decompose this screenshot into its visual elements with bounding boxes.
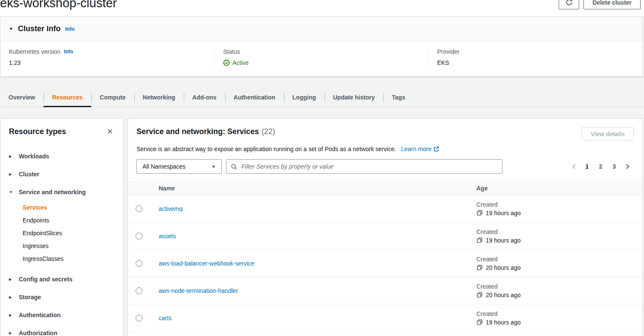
tab-tags[interactable]: Tags — [383, 88, 414, 107]
field-provider: Provider EKS — [428, 48, 642, 66]
service-link[interactable]: assets — [159, 233, 176, 240]
tab-authentication[interactable]: Authentication — [225, 88, 284, 107]
services-description: Service is an abstract way to expose an … — [136, 146, 634, 152]
cluster-info-body: Kubernetes version Info 1.23 Status Acti… — [0, 41, 642, 76]
cluster-info-header[interactable]: ▼ Cluster info Info — [0, 17, 642, 41]
services-table-body: activemqCreated19 hours agoassetsCreated… — [128, 195, 642, 336]
table-row: aws-load-balancer-webhook-serviceCreated… — [128, 250, 642, 277]
page-number-1[interactable]: 1 — [582, 161, 593, 172]
services-title-text: Service and networking: Services — [136, 127, 259, 136]
next-page-icon[interactable] — [622, 162, 633, 171]
refresh-icon — [566, 0, 573, 6]
close-icon[interactable]: ✕ — [105, 127, 115, 136]
caret-down-icon: ▼ — [9, 190, 13, 194]
tree-group-label: Config and secrets — [19, 276, 73, 283]
copy-icon[interactable] — [476, 237, 483, 243]
field-kubernetes-version: Kubernetes version Info 1.23 — [0, 48, 214, 66]
age-column-header[interactable]: Age — [467, 185, 642, 192]
tree-group-label: Workloads — [19, 153, 49, 160]
delete-cluster-button[interactable]: Delete cluster — [583, 0, 641, 9]
service-link[interactable]: aws-node-termination-handler — [159, 287, 238, 294]
tree-group-authentication[interactable]: ▶Authentication — [9, 306, 115, 324]
copy-icon[interactable] — [476, 264, 483, 271]
tree-group-label: Storage — [19, 294, 41, 301]
services-count: (22) — [261, 127, 275, 136]
row-radio[interactable] — [136, 233, 142, 240]
copy-icon[interactable] — [476, 292, 483, 298]
row-radio[interactable] — [136, 260, 142, 267]
resource-types-title: Resource types — [9, 127, 66, 136]
table-row: activemqCreated19 hours ago — [128, 195, 642, 222]
service-link[interactable]: activemq — [159, 205, 183, 212]
check-circle-icon — [223, 59, 230, 66]
page-number-2[interactable]: 2 — [595, 161, 606, 172]
table-header: Name Age — [128, 181, 642, 195]
tree-group-service-and-networking[interactable]: ▼Service and networking — [9, 183, 115, 201]
field-status: Status Active — [214, 48, 428, 66]
tab-list: OverviewResourcesComputeNetworkingAdd-on… — [0, 88, 644, 107]
cluster-info-info-link[interactable]: Info — [65, 26, 75, 32]
age-value: 19 hours ago — [486, 210, 521, 216]
tree-children: ServicesEndpointsEndpointSlicesIngresses… — [23, 201, 115, 265]
learn-more-text: Learn more — [401, 146, 432, 152]
tab-logging[interactable]: Logging — [284, 88, 325, 107]
resource-types-panel: Resource types ✕ ▶Workloads▶Cluster▼Serv… — [0, 118, 124, 336]
name-column-header[interactable]: Name — [150, 185, 467, 192]
view-details-button[interactable]: View details — [582, 127, 634, 140]
page-number-3[interactable]: 3 — [609, 161, 620, 172]
tree-item-endpoints[interactable]: Endpoints — [23, 214, 115, 227]
learn-more-link[interactable]: Learn more — [401, 146, 439, 152]
tree-group-storage[interactable]: ▶Storage — [9, 288, 115, 306]
namespace-select[interactable]: All Namespaces ▼ — [136, 159, 222, 174]
tree-group-config-and-secrets[interactable]: ▶Config and secrets — [9, 270, 115, 288]
service-link[interactable]: carts — [159, 315, 171, 321]
tab-resources[interactable]: Resources — [44, 88, 91, 107]
table-row: assetsCreated19 hours ago — [128, 222, 642, 250]
tree-group-authorization[interactable]: ▶Authorization — [9, 324, 115, 336]
table-row: Created — [128, 332, 642, 336]
service-link[interactable]: aws-load-balancer-webhook-service — [159, 260, 254, 267]
age-value: 19 hours ago — [486, 319, 521, 326]
tree-group-label: Authorization — [19, 330, 57, 336]
content-area: Resource types ✕ ▶Workloads▶Cluster▼Serv… — [0, 107, 644, 336]
tree-item-endpointslices[interactable]: EndpointSlices — [23, 227, 115, 240]
table-row: cartsCreated19 hours ago — [128, 304, 642, 332]
search-input[interactable] — [241, 163, 498, 170]
caret-right-icon: ▶ — [9, 295, 13, 299]
page-header: eks-workshop-cluster Delete cluster — [0, 0, 644, 16]
created-label: Created — [476, 283, 642, 290]
copy-icon[interactable] — [476, 210, 483, 216]
page-title: eks-workshop-cluster — [0, 0, 117, 10]
copy-icon[interactable] — [476, 319, 483, 325]
tree-item-ingresses[interactable]: Ingresses — [23, 240, 115, 252]
row-radio[interactable] — [136, 287, 142, 294]
tab-add-ons[interactable]: Add-ons — [184, 88, 225, 107]
tree-group-cluster[interactable]: ▶Cluster — [9, 165, 115, 183]
tree-item-ingressclasses[interactable]: IngressClasses — [23, 252, 115, 265]
services-title: Service and networking: Services(22) — [136, 127, 275, 136]
created-label: Created — [476, 201, 642, 208]
table-controls: All Namespaces ▼ 123 — [136, 159, 634, 174]
provider-label: Provider — [437, 48, 459, 55]
row-radio[interactable] — [136, 315, 142, 321]
tab-networking[interactable]: Networking — [134, 88, 184, 107]
age-value: 20 hours ago — [486, 264, 521, 271]
tab-compute[interactable]: Compute — [91, 88, 134, 107]
row-radio[interactable] — [136, 205, 142, 212]
tree-group-label: Cluster — [19, 171, 39, 178]
kubernetes-version-info-link[interactable]: Info — [64, 49, 73, 55]
collapse-caret-icon: ▼ — [9, 27, 13, 31]
tab-overview[interactable]: Overview — [0, 88, 44, 107]
tab-update-history[interactable]: Update history — [325, 88, 383, 107]
caret-right-icon: ▶ — [9, 277, 13, 281]
tree-group-workloads[interactable]: ▶Workloads — [9, 147, 115, 165]
cluster-info-card: ▼ Cluster info Info Kubernetes version I… — [0, 16, 643, 77]
refresh-button[interactable] — [559, 0, 579, 9]
namespace-select-value: All Namespaces — [142, 163, 186, 170]
tree-group-label: Authentication — [19, 312, 61, 318]
tree-item-services[interactable]: Services — [23, 201, 115, 214]
chevron-down-icon: ▼ — [212, 164, 216, 169]
previous-page-icon[interactable] — [569, 162, 579, 171]
table-row: aws-node-termination-handlerCreated20 ho… — [128, 277, 642, 304]
header-actions: Delete cluster — [559, 0, 641, 9]
